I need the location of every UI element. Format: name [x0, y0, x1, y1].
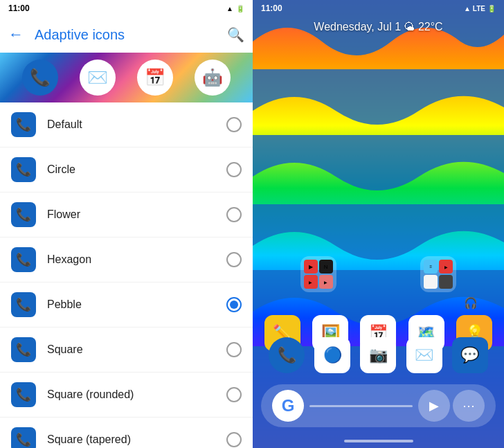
option-square-rounded-icon: 📞 — [11, 382, 36, 407]
option-square-radio[interactable] — [226, 342, 242, 357]
option-pebble-icon: 📞 — [11, 292, 36, 317]
option-flower-icon: 📞 — [11, 202, 36, 227]
option-square-label: Square — [47, 343, 226, 356]
preview-calendar-icon: 📅 — [137, 60, 173, 96]
folder-mini-7 — [424, 275, 438, 289]
option-square-tapered[interactable]: 📞 Square (tapered) — [0, 418, 253, 448]
folder-1-icon[interactable]: ▶ N ▶ ▶ — [300, 256, 336, 292]
folder-mini-6: ▶ — [439, 260, 453, 274]
folder-mini-5: ≡ — [424, 260, 438, 274]
search-bar-divider — [309, 405, 413, 407]
home-indicator — [344, 440, 413, 442]
left-status-icons: ▲ 🔋 — [226, 5, 244, 12]
messages-app-icon[interactable]: 💬 — [452, 337, 488, 373]
right-status-bar: 11:00 ▲ LTE 🔋 — [253, 0, 504, 17]
right-status-time: 11:00 — [261, 3, 282, 13]
option-square-icon: 📞 — [11, 337, 36, 362]
option-flower-radio[interactable] — [226, 207, 242, 222]
option-default-radio[interactable] — [226, 117, 242, 132]
folder-mini-1: ▶ — [304, 260, 318, 274]
right-signal-icon: ▲ — [464, 5, 471, 12]
google-search-icon[interactable]: G — [272, 390, 304, 422]
toolbar-title: Adaptive icons — [35, 27, 216, 43]
option-square-tapered-label: Square (tapered) — [47, 433, 226, 446]
option-flower-label: Flower — [47, 208, 226, 221]
dock-play-icon[interactable]: ▶ — [418, 390, 450, 422]
folder-mini-4: ▶ — [319, 275, 333, 289]
preview-gmail-icon: ✉️ — [80, 60, 116, 96]
option-circle-icon: 📞 — [11, 157, 36, 182]
toolbar: ← Adaptive icons 🔍 — [0, 17, 253, 53]
right-panel: 11:00 ▲ LTE 🔋 Wednesday, Jul 1 🌤 22°C ▶ … — [253, 0, 504, 448]
folder-1-wrapper[interactable]: ▶ N ▶ ▶ — [300, 256, 336, 292]
dock-right-icons: ▶ ⋯ — [418, 390, 485, 422]
option-square-rounded-radio[interactable] — [226, 387, 242, 402]
option-circle-radio[interactable] — [226, 162, 242, 177]
icon-preview-bar: 📞 ✉️ 📅 🤖 — [0, 53, 253, 102]
folder-2-wrapper[interactable]: ≡ ▶ — [420, 256, 456, 292]
option-square-rounded-label: Square (rounded) — [47, 388, 226, 401]
phone-app-wrapper[interactable]: 📞 — [269, 337, 305, 373]
date-weather: Wednesday, Jul 1 🌤 22°C — [253, 21, 504, 33]
preview-phone-icon: 📞 — [22, 60, 58, 96]
phone-app-icon[interactable]: 📞 — [269, 337, 305, 373]
signal-icon: ▲ — [226, 5, 233, 12]
option-square-rounded[interactable]: 📞 Square (rounded) — [0, 373, 253, 418]
option-pebble-label: Pebble — [47, 298, 226, 311]
radio-selected-dot — [230, 301, 238, 309]
headphone-icon: 🎧 — [464, 296, 478, 310]
option-hexagon[interactable]: 📞 Hexagon — [0, 238, 253, 283]
battery-icon: 🔋 — [236, 5, 244, 12]
date-weather-text: Wednesday, Jul 1 🌤 22°C — [314, 21, 442, 33]
option-default-label: Default — [47, 118, 226, 131]
folder-mini-2: N — [319, 260, 333, 274]
rainbow-background — [253, 0, 504, 448]
folder-mini-3: ▶ — [304, 275, 318, 289]
right-lte-icon: LTE — [473, 5, 485, 12]
phone-screen: 11:00 ▲ LTE 🔋 Wednesday, Jul 1 🌤 22°C ▶ … — [253, 0, 504, 448]
right-battery-icon: 🔋 — [487, 5, 496, 12]
gmail-app-wrapper[interactable]: ✉️ — [406, 337, 442, 373]
camera-app-icon[interactable]: 📷 — [360, 337, 396, 373]
right-status-icons: ▲ LTE 🔋 — [464, 5, 496, 12]
left-status-time: 11:00 — [8, 3, 30, 13]
gmail-app-icon[interactable]: ✉️ — [406, 337, 442, 373]
option-default[interactable]: 📞 Default — [0, 102, 253, 147]
bottom-bar — [253, 440, 504, 442]
option-pebble[interactable]: 📞 Pebble — [0, 283, 253, 328]
option-hexagon-label: Hexagon — [47, 253, 226, 266]
option-square[interactable]: 📞 Square — [0, 328, 253, 373]
dock-dots-icon[interactable]: ⋯ — [453, 390, 485, 422]
option-hexagon-radio[interactable] — [226, 252, 242, 267]
left-panel: 11:00 ▲ 🔋 ← Adaptive icons 🔍 📞 ✉️ 📅 🤖 📞 … — [0, 0, 253, 448]
option-hexagon-icon: 📞 — [11, 247, 36, 272]
option-flower[interactable]: 📞 Flower — [0, 192, 253, 238]
option-circle[interactable]: 📞 Circle — [0, 147, 253, 192]
camera-app-wrapper[interactable]: 📷 — [360, 337, 396, 373]
back-button[interactable]: ← — [8, 26, 24, 44]
option-square-tapered-radio[interactable] — [226, 432, 242, 447]
option-pebble-radio[interactable] — [226, 297, 242, 312]
search-button[interactable]: 🔍 — [227, 26, 244, 43]
messages-app-wrapper[interactable]: 💬 — [452, 337, 488, 373]
folder-mini-8 — [439, 275, 453, 289]
preview-android-icon: 🤖 — [195, 60, 231, 96]
options-list: 📞 Default 📞 Circle 📞 Flower 📞 Hexagon 📞 … — [0, 102, 253, 448]
option-default-icon: 📞 — [11, 112, 36, 137]
chrome-app-icon[interactable]: 🔵 — [314, 337, 350, 373]
dock: G ▶ ⋯ — [261, 384, 496, 427]
google-g-letter: G — [282, 396, 295, 415]
option-square-tapered-icon: 📞 — [11, 427, 36, 448]
left-status-bar: 11:00 ▲ 🔋 — [0, 0, 253, 17]
folder-2-icon[interactable]: ≡ ▶ — [420, 256, 456, 292]
chrome-app-wrapper[interactable]: 🔵 — [314, 337, 350, 373]
option-circle-label: Circle — [47, 163, 226, 176]
